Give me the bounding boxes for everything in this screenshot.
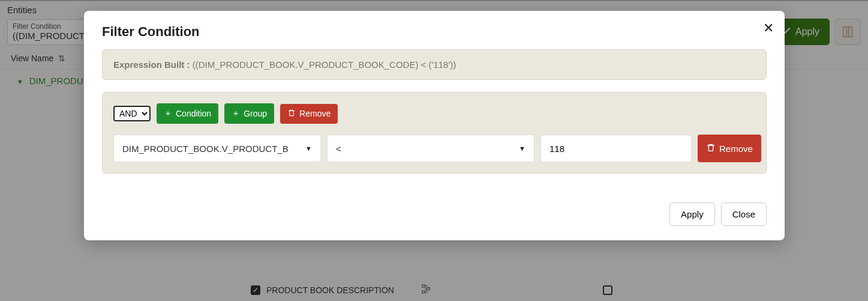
remove-group-button[interactable]: Remove (280, 104, 338, 124)
remove-condition-label: Remove (719, 144, 753, 154)
caret-down-icon: ▼ (305, 145, 312, 152)
add-group-button[interactable]: ＋ Group (224, 103, 274, 124)
caret-down-icon: ▼ (519, 145, 525, 152)
builder-toolbar: AND ＋ Condition ＋ Group Remove (113, 103, 755, 124)
plus-icon: ＋ (164, 108, 172, 119)
operator-select-value: < (336, 144, 341, 154)
close-icon[interactable]: ✕ (763, 20, 774, 36)
logical-operator-select[interactable]: AND (113, 106, 151, 121)
modal-footer: Apply Close (102, 202, 767, 226)
field-select-value: DIM_PRODUCT_BOOK.V_PRODUCT_B (122, 144, 289, 154)
field-select[interactable]: DIM_PRODUCT_BOOK.V_PRODUCT_B ▼ (113, 135, 321, 162)
remove-condition-button[interactable]: Remove (698, 135, 761, 162)
condition-row: DIM_PRODUCT_BOOK.V_PRODUCT_B ▼ < ▼ Remov… (113, 135, 755, 162)
filter-condition-modal: ✕ Filter Condition Expression Built : ((… (84, 11, 785, 240)
modal-close-button[interactable]: Close (721, 202, 767, 226)
modal-title: Filter Condition (102, 24, 767, 40)
value-input[interactable] (540, 135, 692, 162)
trash-icon (287, 109, 296, 119)
expression-built-box: Expression Built : ((DIM_PRODUCT_BOOK.V_… (102, 49, 767, 80)
trash-icon (706, 143, 716, 154)
add-condition-button[interactable]: ＋ Condition (157, 103, 218, 124)
condition-builder: AND ＋ Condition ＋ Group Remove DIM_PRODU… (102, 92, 767, 174)
expression-built-value: ((DIM_PRODUCT_BOOK.V_PRODUCT_BOOK_CODE) … (193, 59, 456, 70)
expression-built-label: Expression Built : (113, 59, 190, 70)
operator-select[interactable]: < ▼ (327, 135, 534, 162)
plus-icon: ＋ (232, 108, 240, 119)
add-group-label: Group (244, 109, 267, 118)
remove-group-label: Remove (299, 109, 331, 118)
modal-apply-button[interactable]: Apply (669, 202, 715, 226)
add-condition-label: Condition (176, 109, 211, 118)
